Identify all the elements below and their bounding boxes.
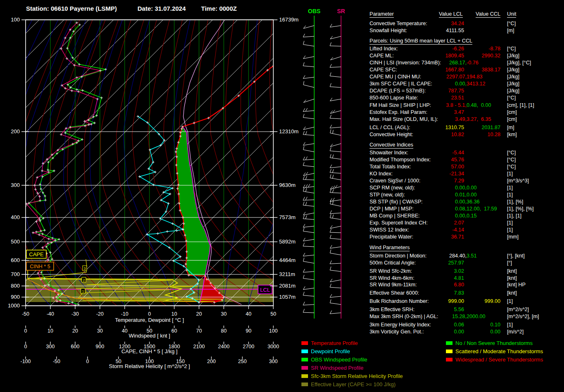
param-label: KO Index: [370, 170, 393, 177]
value-extra: 0.15 [467, 213, 480, 219]
unit-label: [knt] [507, 268, 517, 274]
table-row: SB STP (fix) | CWASP:0.00,36.36[1], [%] [0, 198, 564, 205]
param-label: Showalter Index: [370, 149, 408, 156]
value-extra: 2000.00 [467, 313, 488, 320]
table-row: FM Hail Size | SHIP | LHP:3.8 - 5.1,0.48… [0, 102, 564, 109]
table-row: Snowfall Height:4111.55[m] [0, 27, 564, 34]
unit-label: [J/kg] [507, 66, 519, 73]
table-row: Convective Temperature:34.24[°C] [0, 20, 564, 27]
param-label: Craven SigSvr / 1000: [370, 177, 420, 184]
unit-label: [°C] [507, 94, 516, 101]
parameter-table: Parameter Value LCL Value CCL Unit Conve… [0, 0, 564, 392]
unit-label: [1] [507, 191, 513, 198]
unit-label: [°] [507, 260, 512, 266]
value-lcl: 0.00, [417, 198, 467, 205]
table-row: DCP | MMP | MSP:0.08,12.00,17.59[1], [%]… [0, 205, 564, 212]
table-row: MB Comp | SHERBE:0.00,0.15[1], [1] [0, 213, 564, 219]
value-ccl: 0.10 [451, 321, 500, 328]
param-label: Effective Shear 6000: [370, 290, 419, 296]
legend-swatch [446, 358, 453, 361]
table-section-header: Convective Indices [370, 142, 413, 148]
table-row: Showalter Index:-5.44[°C] [0, 149, 564, 156]
param-label: SB STP (fix) | CWASP: [370, 198, 423, 205]
param-label: SR Wind 9km-11km: [370, 281, 417, 288]
value-ccl: -8.78 [451, 45, 500, 52]
value-lcl: 268.17, [417, 59, 467, 66]
value-lcl: 6.80 [415, 281, 464, 288]
unit-label: [cm] [507, 109, 517, 116]
unit-label: [cm], [1], [1] [507, 102, 534, 109]
value-extra: 0.48,0.00 [467, 102, 494, 109]
table-row: CINH | LSI (Inversion: 734mB):268.17,-0.… [0, 59, 564, 66]
unit-label: [°C] [507, 149, 516, 156]
col-header-value-ccl: Value CCL [476, 11, 500, 18]
value-ccl: 10.28 [451, 131, 500, 138]
table-row: Effective Shear 6000:7.83[knt] [0, 290, 564, 296]
value-lcl: -4.14 [415, 227, 464, 233]
table-row: Craven SigSvr / 1000:7.29[m^3/s^3] [0, 177, 564, 184]
table-row: Estofex Exp. Hail Param:3.47[cm] [0, 109, 564, 116]
unit-label: [m^2/s^2] [507, 306, 529, 313]
unit-label: [J/kg] [507, 52, 519, 59]
unit-label: [cm] [507, 116, 517, 123]
param-label: STP (new, old): [370, 191, 405, 198]
table-row: SWISS 12 Index:-4.14[1] [0, 227, 564, 233]
param-label: 500m Critical Angle: [370, 260, 416, 266]
table-row: SR Wind Sfc-2km:3.02[knt] [0, 268, 564, 274]
value-lcl: 787.75 [415, 87, 464, 94]
param-label: CAPE ML: [370, 52, 394, 59]
unit-label: [1], [%] [507, 198, 523, 205]
unit-label: [°C] [507, 163, 516, 170]
table-row: Total Totals Index:57.00[°C] [0, 163, 564, 170]
unit-label: [1] [507, 184, 513, 191]
value-lcl: 257.97 [415, 260, 464, 266]
table-row: KO Index:-21.34[1] [0, 170, 564, 177]
value-lcl: 2297.07, [417, 73, 467, 80]
value-lcl: 5.56 [415, 306, 464, 313]
unit-label: [knt] [507, 275, 517, 281]
table-row: 3km Vorticity Gen. Pot.:0.000.00[m/s^2] [0, 328, 564, 335]
table-row: SCP RM (new, old):0.00,0.00[1] [0, 184, 564, 191]
table-row: Lifted Index:-6.26-8.78[°C] [0, 45, 564, 52]
value-lcl: -21.34 [415, 170, 464, 177]
unit-label: [km] [507, 131, 517, 138]
table-row: STP (new, old):0.01,0.00[1] [0, 191, 564, 198]
legend-item: OBS Windspeed Profile [301, 357, 367, 363]
legend-swatch [446, 341, 453, 345]
unit-label: [mm] [507, 234, 519, 240]
unit-label: [1], [%], [%] [507, 205, 533, 212]
table-row: Bulk Richardson Number:999.00999.00[1] [0, 298, 564, 305]
table-row: 3km SFC CAPE | IL CAPE:0.00,3413.12[J/kg… [0, 80, 564, 87]
value-lcl: 3.8 - 5.1, [417, 102, 467, 109]
value-lcl: 15.28, [417, 313, 467, 320]
value-lcl: 3.49, [417, 116, 467, 123]
value-ccl: 2031.87 [451, 124, 500, 131]
unit-label: [m] [507, 27, 514, 34]
col-header-parameter: Parameter [370, 11, 394, 18]
value-ccl: 2990.32 [451, 52, 500, 59]
value-lcl: 0.00, [417, 213, 467, 219]
value-lcl: 36.71 [415, 234, 464, 240]
table-row: CAPE SFC:1667.803838.17[J/kg] [0, 66, 564, 73]
legend-swatch [301, 358, 308, 361]
value-lcl: 3.47 [415, 109, 464, 116]
value-lcl: 0.01, [417, 191, 467, 198]
value-extra: 0.00 [467, 184, 480, 191]
param-label: 3km Effective SRH: [370, 306, 415, 313]
param-label: SR Wind Sfc-2km: [370, 268, 412, 274]
table-row: Precipitable Water:36.71[mm] [0, 234, 564, 240]
table-row: Modified Thompson Index:45.76[°C] [0, 156, 564, 163]
unit-label: [m/s^2] [507, 328, 524, 335]
unit-label: [1] [507, 321, 513, 328]
table-row: Max 3km SRH (0-2km) | AGL:15.28,2000.00[… [0, 313, 564, 320]
value-ccl: 999.00 [451, 298, 500, 305]
value-lcl: 3.02 [415, 268, 464, 274]
table-row: SR Wind 4km-6km:4.81[knt] [0, 275, 564, 281]
value-lcl: 57.00 [415, 163, 464, 170]
unit-label: [m^2/s^2], [m] [507, 313, 539, 320]
value-extra: -0.76 [467, 59, 481, 66]
value-extra: 36.36 [467, 198, 483, 205]
param-label: SR Wind 4km-6km: [370, 275, 414, 281]
table-row: LCL / CCL (AGL):1310.752031.87[m] [0, 124, 564, 131]
table-row: Storm Direction | Motion:284.40,3.51[°],… [0, 253, 564, 259]
